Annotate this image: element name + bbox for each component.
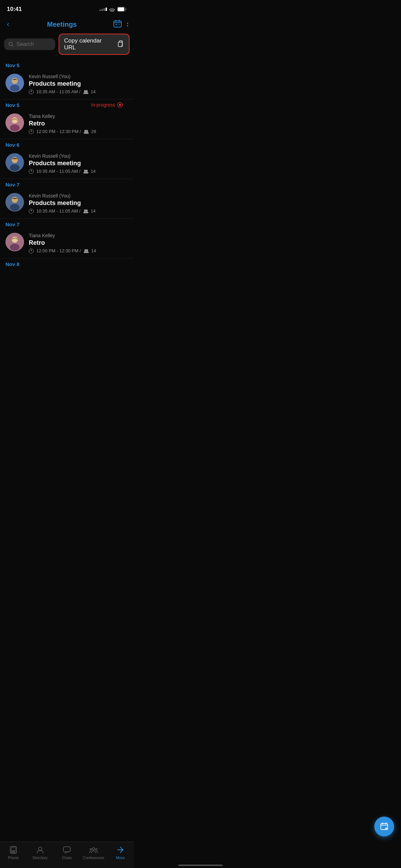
avatar [5,193,24,212]
signal-dots-icon [99,8,107,11]
search-box[interactable]: Search [4,38,55,50]
svg-point-10 [12,78,17,83]
clock-icon [29,89,34,94]
header: ‹ Meetings [0,16,134,34]
svg-point-25 [12,157,18,163]
status-time: 10:41 [7,6,22,13]
svg-rect-4 [118,24,120,25]
page-title: Meetings [11,21,113,28]
meeting-time: 10:35 AM - 11:05 AM / 14 [29,208,128,214]
meeting-item[interactable]: Kevin Russell (You) Products meeting 10:… [0,190,134,219]
date-label-nov6: Nov 6 [0,139,134,150]
meeting-title: Products meeting [29,160,128,167]
more-options-button[interactable] [127,23,128,26]
header-icons [113,19,128,29]
date-label-nov8: Nov 8 [0,258,134,269]
attendees-icon [83,90,88,94]
status-icons [99,7,127,12]
svg-point-32 [12,197,18,203]
meeting-organizer: Kevin Russell (You) [29,153,128,159]
avatar [5,233,24,251]
date-label-nov7-1: Nov 7 [0,179,134,190]
in-progress-icon [117,102,123,108]
meeting-title: Products meeting [29,200,128,207]
meeting-item[interactable]: Tiana Kelley Retro 12:00 PM - 12:30 PM /… [0,110,134,139]
meeting-organizer: Tiana Kelley [29,113,128,119]
meeting-item[interactable]: Tiana Kelley Retro 12:00 PM - 12:30 PM /… [0,229,134,258]
meeting-organizer: Kevin Russell (You) [29,193,128,198]
svg-point-40 [10,244,20,251]
meeting-info: Tiana Kelley Retro 12:00 PM - 12:30 PM /… [29,233,128,253]
meeting-time: 12:00 PM - 12:30 PM / 14 [29,248,128,253]
attendees-icon [83,169,88,173]
svg-point-16 [119,104,121,106]
date-label-nov5-1: Nov 5 [0,60,134,70]
meeting-item[interactable]: Kevin Russell (You) Products meeting 10:… [0,70,134,99]
date-label-nov7-2: Nov 7 [0,219,134,229]
svg-point-42 [86,249,88,251]
meeting-time: 12:00 PM - 12:30 PM / 28 [29,129,128,134]
copy-icon [117,40,124,49]
meeting-title: Retro [29,239,128,246]
clock-icon [29,169,34,174]
svg-point-12 [86,90,88,92]
in-progress-label: In progress [91,102,115,108]
search-placeholder: Search [16,41,34,47]
svg-point-19 [10,124,20,131]
svg-point-33 [10,204,20,211]
attendees-icon [83,209,88,213]
meeting-info: Kevin Russell (You) Products meeting 10:… [29,193,128,214]
meeting-info: Kevin Russell (You) Products meeting 10:… [29,153,128,174]
svg-rect-1 [118,8,124,11]
svg-rect-3 [116,24,117,25]
meeting-info: Tiana Kelley Retro 12:00 PM - 12:30 PM /… [29,113,128,134]
calendar-icon[interactable] [113,19,122,29]
date-row-nov5-2: Nov 5 In progress [0,99,134,110]
svg-point-21 [86,130,88,132]
avatar [5,74,24,92]
meeting-time: 10:35 AM - 11:05 AM / 14 [29,89,128,94]
wifi-icon [109,7,115,12]
avatar [5,113,24,132]
meetings-list: Nov 5 Kevin Russell (You) Products meeti… [0,60,134,303]
meeting-title: Products meeting [29,80,128,87]
attendees-icon [83,249,89,253]
back-button[interactable]: ‹ [5,19,11,30]
svg-point-26 [10,164,20,171]
meeting-organizer: Kevin Russell (You) [29,74,128,79]
battery-icon [117,7,127,12]
clock-icon [29,129,34,134]
meeting-title: Retro [29,120,128,127]
avatar [5,153,24,172]
copy-calendar-label: Copy calendar URL [64,37,113,51]
clock-icon [29,249,34,253]
attendees-icon [83,130,89,134]
meeting-info: Kevin Russell (You) Products meeting 10:… [29,74,128,94]
svg-rect-2 [114,21,121,27]
svg-rect-6 [118,42,122,47]
clock-icon [29,209,34,214]
svg-point-28 [86,170,88,172]
status-bar: 10:41 [0,0,134,16]
meeting-organizer: Tiana Kelley [29,233,128,238]
meeting-item[interactable]: Kevin Russell (You) Products meeting 10:… [0,150,134,179]
search-icon [8,41,14,47]
meeting-time: 10:35 AM - 11:05 AM / 14 [29,169,128,174]
date-label-nov5-2: Nov 5 [0,99,25,110]
svg-point-9 [10,85,20,92]
svg-point-35 [86,209,88,212]
copy-calendar-url-button[interactable]: Copy calendar URL [59,34,130,55]
search-row: Search Copy calendar URL [0,34,134,60]
